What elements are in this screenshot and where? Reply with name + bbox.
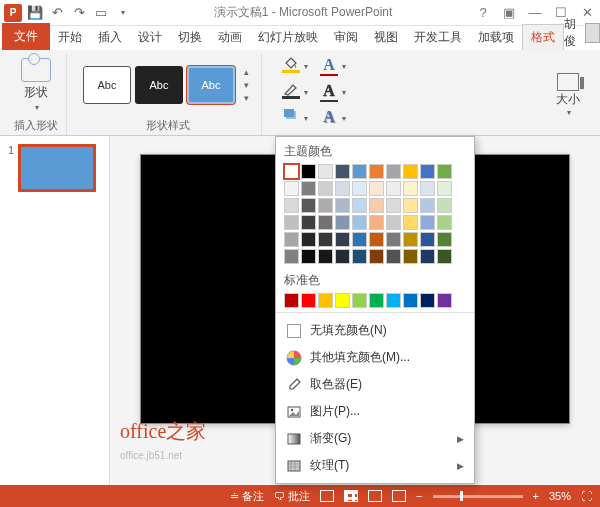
color-swatch[interactable] xyxy=(284,164,299,179)
color-swatch[interactable] xyxy=(437,164,452,179)
color-swatch[interactable] xyxy=(369,215,384,230)
start-slideshow-icon[interactable]: ▭ xyxy=(92,4,110,22)
color-swatch[interactable] xyxy=(437,198,452,213)
username[interactable]: 胡俊 xyxy=(564,16,581,50)
color-swatch[interactable] xyxy=(335,293,350,308)
reading-view-icon[interactable] xyxy=(368,490,382,502)
color-swatch[interactable] xyxy=(369,164,384,179)
shape-style-1[interactable]: Abc xyxy=(83,66,131,104)
color-swatch[interactable] xyxy=(352,215,367,230)
color-swatch[interactable] xyxy=(301,232,316,247)
undo-icon[interactable]: ↶ xyxy=(48,4,66,22)
color-swatch[interactable] xyxy=(335,249,350,264)
shape-style-more[interactable]: ▴▾▾ xyxy=(239,66,253,104)
tab-file[interactable]: 文件 xyxy=(2,23,50,50)
color-swatch[interactable] xyxy=(369,293,384,308)
color-swatch[interactable] xyxy=(284,249,299,264)
text-effects-button[interactable]: A ▾ xyxy=(316,106,348,130)
color-swatch[interactable] xyxy=(420,293,435,308)
color-swatch[interactable] xyxy=(369,198,384,213)
color-swatch[interactable] xyxy=(335,232,350,247)
color-swatch[interactable] xyxy=(437,232,452,247)
texture-fill-item[interactable]: 纹理(T) ▶ xyxy=(276,452,474,479)
fit-to-window-icon[interactable]: ⛶ xyxy=(581,490,592,502)
shape-style-2[interactable]: Abc xyxy=(135,66,183,104)
color-swatch[interactable] xyxy=(301,181,316,196)
color-swatch[interactable] xyxy=(420,198,435,213)
picture-fill-item[interactable]: 图片(P)... xyxy=(276,398,474,425)
color-swatch[interactable] xyxy=(420,249,435,264)
color-swatch[interactable] xyxy=(335,198,350,213)
ribbon-display-icon[interactable]: ▣ xyxy=(500,5,518,20)
notes-button[interactable]: ≐备注 xyxy=(230,489,264,504)
color-swatch[interactable] xyxy=(437,181,452,196)
slideshow-view-icon[interactable] xyxy=(392,490,406,502)
color-swatch[interactable] xyxy=(284,293,299,308)
color-swatch[interactable] xyxy=(352,232,367,247)
color-swatch[interactable] xyxy=(284,232,299,247)
shape-effects-button[interactable]: ▾ xyxy=(278,106,310,130)
redo-icon[interactable]: ↷ xyxy=(70,4,88,22)
qat-more-icon[interactable]: ▾ xyxy=(114,4,132,22)
color-swatch[interactable] xyxy=(318,164,333,179)
color-swatch[interactable] xyxy=(403,198,418,213)
color-swatch[interactable] xyxy=(369,181,384,196)
tab-insert[interactable]: 插入 xyxy=(90,25,130,50)
comments-button[interactable]: 🗨批注 xyxy=(274,489,310,504)
tab-design[interactable]: 设计 xyxy=(130,25,170,50)
shapes-button[interactable]: 形状 ▾ xyxy=(15,58,57,112)
color-swatch[interactable] xyxy=(318,293,333,308)
color-swatch[interactable] xyxy=(284,181,299,196)
tab-format[interactable]: 格式 xyxy=(522,24,564,50)
color-swatch[interactable] xyxy=(301,164,316,179)
color-swatch[interactable] xyxy=(301,293,316,308)
color-swatch[interactable] xyxy=(437,249,452,264)
text-fill-button[interactable]: A ▾ xyxy=(316,54,348,78)
color-swatch[interactable] xyxy=(420,181,435,196)
color-swatch[interactable] xyxy=(420,164,435,179)
color-swatch[interactable] xyxy=(284,215,299,230)
normal-view-icon[interactable] xyxy=(320,490,334,502)
shape-style-3[interactable]: Abc xyxy=(187,66,235,104)
help-icon[interactable]: ? xyxy=(474,5,492,20)
color-swatch[interactable] xyxy=(369,232,384,247)
color-swatch[interactable] xyxy=(301,249,316,264)
more-colors-item[interactable]: 其他填充颜色(M)... xyxy=(276,344,474,371)
tab-addins[interactable]: 加载项 xyxy=(470,25,522,50)
color-swatch[interactable] xyxy=(369,249,384,264)
color-swatch[interactable] xyxy=(301,198,316,213)
color-swatch[interactable] xyxy=(284,198,299,213)
color-swatch[interactable] xyxy=(386,249,401,264)
tab-slideshow[interactable]: 幻灯片放映 xyxy=(250,25,326,50)
zoom-in-button[interactable]: + xyxy=(533,490,539,502)
color-swatch[interactable] xyxy=(386,232,401,247)
tab-review[interactable]: 审阅 xyxy=(326,25,366,50)
color-swatch[interactable] xyxy=(335,215,350,230)
eyedropper-item[interactable]: 取色器(E) xyxy=(276,371,474,398)
color-swatch[interactable] xyxy=(301,215,316,230)
color-swatch[interactable] xyxy=(386,164,401,179)
shape-outline-button[interactable]: ▾ xyxy=(278,80,310,104)
color-swatch[interactable] xyxy=(352,293,367,308)
minimize-icon[interactable]: — xyxy=(526,5,544,20)
size-button[interactable]: 大小 ▾ xyxy=(550,68,586,122)
color-swatch[interactable] xyxy=(352,249,367,264)
save-icon[interactable]: 💾 xyxy=(26,4,44,22)
color-swatch[interactable] xyxy=(403,249,418,264)
color-swatch[interactable] xyxy=(420,215,435,230)
gradient-fill-item[interactable]: 渐变(G) ▶ xyxy=(276,425,474,452)
avatar[interactable] xyxy=(585,23,600,43)
color-swatch[interactable] xyxy=(318,232,333,247)
color-swatch[interactable] xyxy=(403,215,418,230)
color-swatch[interactable] xyxy=(335,181,350,196)
zoom-slider[interactable] xyxy=(433,495,523,498)
tab-transitions[interactable]: 切换 xyxy=(170,25,210,50)
tab-view[interactable]: 视图 xyxy=(366,25,406,50)
color-swatch[interactable] xyxy=(386,198,401,213)
zoom-out-button[interactable]: − xyxy=(416,490,422,502)
color-swatch[interactable] xyxy=(352,181,367,196)
color-swatch[interactable] xyxy=(386,293,401,308)
color-swatch[interactable] xyxy=(403,164,418,179)
color-swatch[interactable] xyxy=(318,249,333,264)
color-swatch[interactable] xyxy=(318,181,333,196)
